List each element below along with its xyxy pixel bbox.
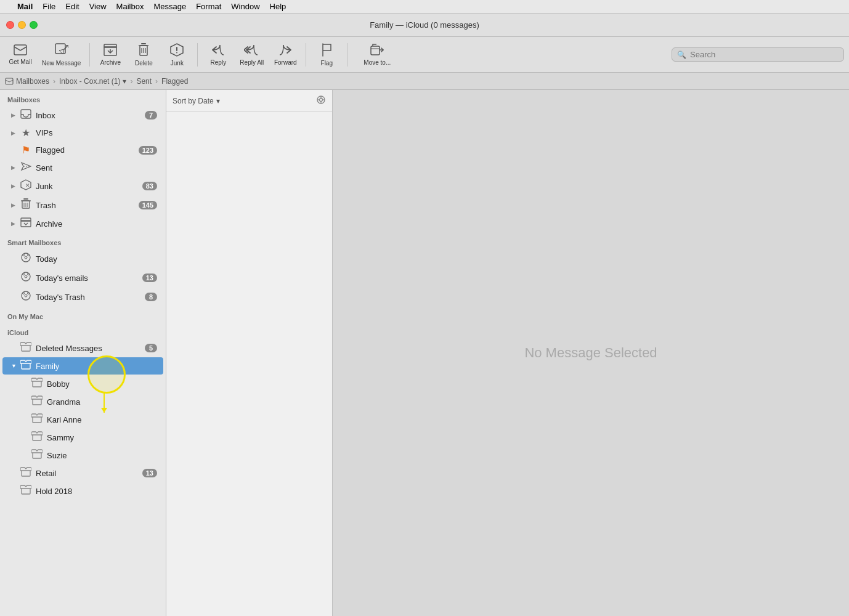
family-icon: [20, 360, 32, 372]
menu-mailbox[interactable]: Mailbox: [116, 2, 144, 11]
breadcrumb-flagged[interactable]: Flagged: [161, 77, 188, 86]
reply-button[interactable]: Reply: [203, 41, 234, 68]
svg-point-24: [23, 293, 25, 294]
title-bar: Family — iCloud (0 messages): [0, 14, 849, 37]
menu-view[interactable]: View: [89, 2, 107, 11]
toolbar: Get Mail New Message Archive: [0, 37, 849, 73]
sidebar-item-kari-anne[interactable]: Kari Anne: [2, 411, 163, 428]
hold-2018-icon: [20, 485, 32, 497]
sort-button[interactable]: Sort by Date ▾: [173, 97, 220, 105]
junk-label: Junk: [36, 182, 142, 191]
svg-text:✕: ✕: [25, 182, 30, 188]
reply-all-button[interactable]: Reply All: [236, 41, 267, 68]
deleted-messages-icon: [20, 342, 32, 354]
minimize-button[interactable]: [18, 21, 26, 29]
menu-message[interactable]: Message: [153, 2, 186, 11]
svg-point-16: [23, 254, 25, 256]
window-controls: [6, 21, 38, 29]
sidebar-item-archive[interactable]: ▶ Archive: [2, 215, 163, 232]
menu-mail[interactable]: Mail: [17, 2, 33, 11]
window-title: Family — iCloud (0 messages): [370, 20, 479, 30]
junk-icon: ✕: [20, 179, 32, 193]
archive-disclosure: ▶: [11, 221, 17, 227]
no-message-selected-text: No Message Selected: [524, 345, 657, 361]
breadcrumb-mailboxes[interactable]: Mailboxes: [5, 77, 49, 86]
menu-help[interactable]: Help: [270, 2, 286, 11]
list-settings-icon[interactable]: [316, 95, 326, 107]
sammy-icon: [31, 431, 43, 444]
sidebar-item-deleted-messages[interactable]: ▶ Deleted Messages 5: [2, 339, 163, 357]
mailboxes-icon: [5, 78, 14, 85]
junk-icon: [170, 43, 184, 59]
retail-label: Retail: [36, 469, 142, 478]
kari-anne-icon: [31, 413, 43, 426]
toolbar-separator-2: [197, 43, 198, 67]
breadcrumb-sep-1: ›: [53, 77, 55, 86]
sidebar-item-hold-2018[interactable]: ▶ Hold 2018: [2, 482, 163, 500]
menu-bar: Mail File Edit View Mailbox Message Form…: [0, 0, 849, 14]
junk-button[interactable]: Junk: [161, 41, 192, 69]
archive-label: Archive: [100, 59, 121, 66]
svg-rect-8: [6, 78, 13, 84]
search-bar[interactable]: 🔍: [672, 47, 844, 62]
vips-disclosure: ▶: [11, 130, 17, 136]
forward-button[interactable]: Forward: [270, 41, 301, 68]
sidebar-item-flagged[interactable]: ▶ ⚑ Flagged 123: [2, 142, 163, 158]
inbox-badge: 7: [145, 111, 157, 120]
sidebar-item-todays-trash[interactable]: ▶ Today's Trash 8: [2, 288, 163, 306]
trash-icon: [20, 198, 32, 212]
breadcrumb-sent[interactable]: Sent: [136, 77, 152, 86]
sidebar-item-sammy[interactable]: Sammy: [2, 429, 163, 446]
breadcrumb-inbox[interactable]: Inbox - Cox.net (1) ▾: [59, 77, 126, 86]
flag-button[interactable]: Flag: [311, 41, 342, 69]
hold-2018-label: Hold 2018: [36, 487, 157, 496]
delete-button[interactable]: Delete: [128, 41, 159, 69]
svg-point-21: [28, 274, 30, 275]
sidebar-item-today[interactable]: ▶ Today: [2, 249, 163, 268]
new-message-button[interactable]: New Message: [38, 41, 84, 69]
toolbar-separator-1: [89, 43, 90, 67]
sidebar-item-sent[interactable]: ▶ Sent: [2, 159, 163, 176]
reply-all-label: Reply All: [240, 59, 264, 66]
sidebar-item-bobby[interactable]: Bobby: [2, 375, 163, 392]
search-input[interactable]: [690, 50, 839, 59]
inbox-disclosure: ▶: [11, 112, 17, 118]
sidebar-item-inbox[interactable]: ▶ Inbox 7: [2, 107, 163, 124]
sidebar-item-grandma[interactable]: Grandma: [2, 393, 163, 410]
on-my-mac-header: On My Mac: [0, 307, 166, 323]
sammy-label: Sammy: [47, 433, 157, 442]
bobby-icon: [31, 378, 43, 390]
flag-label: Flag: [321, 60, 333, 67]
todays-emails-icon: [20, 271, 32, 285]
menu-file[interactable]: File: [43, 2, 55, 11]
sidebar-item-todays-emails[interactable]: ▶ Today's emails 13: [2, 269, 163, 287]
flagged-label: Flagged: [36, 145, 139, 155]
get-mail-button[interactable]: Get Mail: [5, 42, 36, 68]
sort-chevron-icon: ▾: [216, 97, 220, 105]
sidebar-item-trash[interactable]: ▶ Trash 145: [2, 196, 163, 214]
suzie-label: Suzie: [47, 451, 157, 460]
breadcrumb-sep-2: ›: [130, 77, 132, 86]
deleted-messages-label: Deleted Messages: [36, 344, 145, 353]
menu-edit[interactable]: Edit: [65, 2, 79, 11]
archive-button[interactable]: Archive: [95, 41, 126, 68]
family-disclosure: ▼: [11, 363, 17, 369]
mailboxes-header: Mailboxes: [0, 90, 166, 106]
sidebar-item-family[interactable]: ▼ Family: [2, 357, 163, 375]
svg-point-20: [23, 274, 25, 275]
move-to-button[interactable]: Move to...: [352, 41, 402, 68]
sidebar-item-junk[interactable]: ▶ ✕ Junk 83: [2, 177, 163, 195]
sidebar-item-suzie[interactable]: Suzie: [2, 447, 163, 464]
sidebar-item-vips[interactable]: ▶ ★ VIPs: [2, 124, 163, 141]
sidebar-item-retail[interactable]: ▶ Retail 13: [2, 464, 163, 482]
reply-label: Reply: [211, 59, 227, 66]
menu-window[interactable]: Window: [231, 2, 259, 11]
bobby-label: Bobby: [47, 379, 157, 389]
svg-point-18: [25, 256, 27, 259]
menu-format[interactable]: Format: [196, 2, 221, 11]
close-button[interactable]: [6, 21, 14, 29]
kari-anne-label: Kari Anne: [47, 415, 157, 424]
suzie-icon: [31, 449, 43, 461]
maximize-button[interactable]: [30, 21, 38, 29]
trash-label: Trash: [36, 201, 139, 210]
